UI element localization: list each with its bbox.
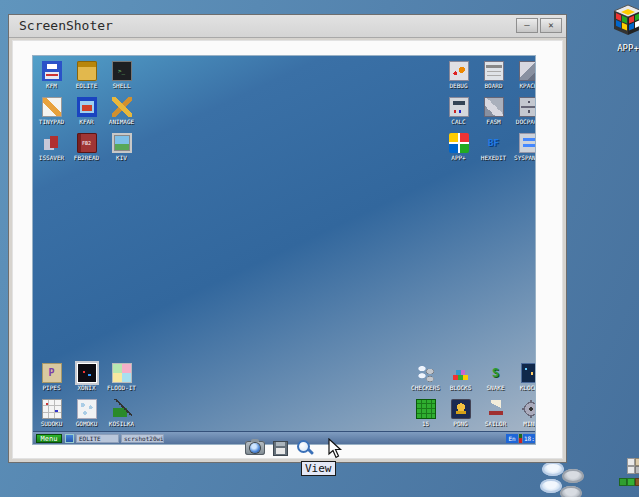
inner-desktop-icon-docpack: DOCPACK [511,97,535,133]
inner-desktop-icon-label: PONG [453,420,467,427]
mine-icon [521,399,536,419]
checker-stone-icon [540,479,562,493]
inner-desktop-icon-label: SNAKE [486,384,504,391]
inner-desktop-icon-label: TINYPAD [39,118,64,125]
checker-stone-icon [542,462,564,476]
fb2read-icon: FB2 [77,133,97,153]
screenshoter-window: ScreenShoter — ✕ KFMEOLITE>_SHELLTINYPAD… [8,14,567,463]
inner-desktop-icon-label: EOLITE [76,82,98,89]
inner-desktop-icon-kfm: KFM [34,61,69,97]
inner-desktop-icon-label: FASM [486,118,500,125]
inner-desktop-icon-animage: ANIMAGE [104,97,139,133]
inner-desktop-icon-label: FB2READ [74,154,99,161]
appplus-icon [449,133,469,153]
floodit-icon [112,363,132,383]
inner-desktop-icon-gomoku: GOMOKU [69,399,104,435]
inner-language-badge: En [506,434,518,443]
desktop: APP+ ScreenShoter — ✕ KFMEOLITE>_SHELLTI… [0,0,639,497]
checker-stone-icon [562,469,584,483]
rubik-cube-icon [613,4,639,40]
kiv-icon [112,133,132,153]
inner-desktop-icon-blocks: BLOCKS [443,363,478,399]
inner-desktop-icon-issaver: ISSAVER [34,133,69,169]
animage-icon [112,97,132,117]
inner-desktop-icon-label: BOARD [484,82,502,89]
window-titlebar[interactable]: ScreenShoter — ✕ [9,15,566,38]
inner-desktop-icon-hexedit: BFHEXEDIT [476,133,511,169]
inner-desktop-icon-label: 15 [422,420,429,427]
shell-icon: >_ [112,61,132,81]
inner-desktop-icon-pong: PONG [443,399,478,435]
inner-desktop-icon-appplus: APP+ [441,133,476,169]
inner-desktop-icon-label: APP+ [451,154,465,161]
inner-desktop-icon-kfar: KFAR [69,97,104,133]
inner-clock: 18:2 [523,434,535,443]
inner-desktop-icon-label: SHELL [112,82,130,89]
close-button[interactable]: ✕ [540,18,562,33]
xonix-icon [77,363,97,383]
inner-desktop-icon-kiv: KIV [104,133,139,169]
fasm-icon [484,97,504,117]
inner-desktop-icon-pipes: PPIPES [34,363,69,399]
sudoku-icon [42,399,62,419]
inner-icon-group-bottom-left: PPIPESXONIXFLOOD-ITSUDOKUGOMOKUKOSILKA [34,363,139,435]
inner-desktop-icon-snake: SSNAKE [478,363,513,399]
gomoku-icon [77,399,97,419]
inner-desktop-icon-syspanel: SYSPANEL [511,133,535,169]
view-tooltip: View [301,461,336,476]
inner-desktop-icon-board: BOARD [476,61,511,97]
eolite-icon [77,61,97,81]
inner-desktop-icon-label: KLOCKS [520,384,535,391]
inner-desktop-icon-fifteen: 15 [408,399,443,435]
syspanel-icon [519,133,536,153]
inner-desktop-icon-sudoku: SUDOKU [34,399,69,435]
inner-desktop-icon-label: CHECKERS [411,384,440,391]
inner-desktop-icon-label: DEBUG [449,82,467,89]
calc-icon [449,97,469,117]
issaver-icon [42,133,62,153]
klocks-icon [521,363,536,383]
inner-desktop-icon-label: KIV [116,154,127,161]
mouse-cursor [328,438,344,460]
inner-desktop-icon-label: KFM [46,82,57,89]
inner-desktop-icon-floodit: FLOOD-IT [104,363,139,399]
desktop-icon-app-plus[interactable]: APP+ [606,4,639,53]
pipes-icon: P [42,363,62,383]
floppy-save-icon[interactable] [273,441,288,456]
hexedit-icon: BF [484,133,504,153]
inner-desktop-icon-mine: MINE [513,399,535,435]
checker-stone-icon [560,486,582,497]
desktop-icon-label: APP+ [617,43,639,53]
inner-taskbar-task: scrshot20wi [121,434,164,443]
kfar-icon [77,97,97,117]
inner-desktop-icon-klocks: KLOCKS [513,363,535,399]
kfm-icon [42,61,62,81]
inner-desktop-icon-sailor: SAILOR [478,399,513,435]
inner-tray-indicator [519,434,522,443]
inner-desktop-icon-xonix: XONIX [69,363,104,399]
debug-icon [449,61,469,81]
inner-desktop-icon-shell: >_SHELL [104,61,139,97]
minimize-button[interactable]: — [516,18,538,33]
snake-icon: S [486,363,506,383]
inner-desktop-icon-label: SUDOKU [41,420,63,427]
screenshot-preview: KFMEOLITE>_SHELLTINYPADKFARANIMAGEISSAVE… [33,56,535,444]
inner-desktop-icon-fb2read: FB2FB2READ [69,133,104,169]
inner-desktop-icon-checkers: CHECKERS [408,363,443,399]
desktop-icon-blocks[interactable] [615,452,639,497]
tinypad-icon [42,97,62,117]
inner-desktop-icon-fasm: FASM [476,97,511,133]
block-icon [635,478,639,486]
inner-desktop-icon-label: KOSILKA [109,420,134,427]
block-icon [627,458,635,466]
inner-desktop-icon-label: DOCPACK [516,118,535,125]
fifteen-icon [416,399,436,419]
blocks-icon [451,363,471,383]
inner-desktop-icon-label: PIPES [42,384,60,391]
camera-icon[interactable] [245,441,265,455]
inner-menu-button: Menu [36,434,62,443]
inner-desktop-icon-label: SAILOR [485,420,507,427]
magnifier-icon[interactable] [296,439,314,457]
kpack-icon [519,61,536,81]
block-icon [635,458,639,466]
